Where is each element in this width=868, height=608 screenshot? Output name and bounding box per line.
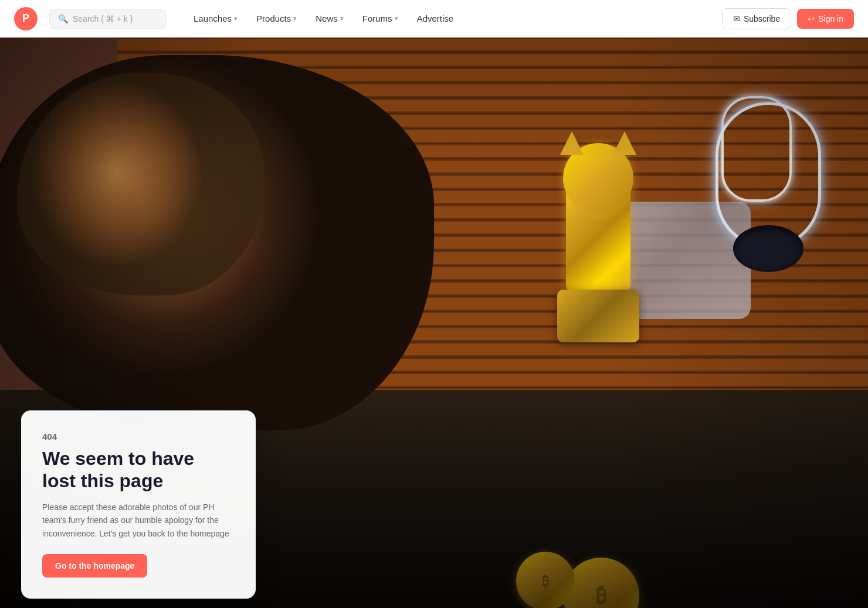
nav-link-forums[interactable]: Forums ▾	[354, 9, 406, 28]
signin-icon: ↩	[808, 14, 815, 23]
chevron-down-icon: ▾	[340, 15, 344, 22]
logo[interactable]: P	[14, 7, 38, 30]
hero-section: ₿ ₿ 404 We seem to have lost this page P…	[0, 38, 868, 608]
chevron-down-icon: ▾	[395, 15, 398, 22]
chevron-down-icon: ▾	[234, 15, 238, 22]
nav-link-launches[interactable]: Launches ▾	[185, 9, 246, 28]
nav-link-products[interactable]: Products ▾	[248, 9, 305, 28]
search-icon: 🔍	[58, 14, 68, 23]
subscribe-icon: ✉	[733, 14, 740, 23]
nav-links: Launches ▾ Products ▾ News ▾ Forums ▾ Ad…	[185, 9, 717, 28]
navigation: P 🔍 Search ( ⌘ + k ) Launches ▾ Products…	[0, 0, 868, 38]
error-card: 404 We seem to have lost this page Pleas…	[21, 410, 256, 599]
error-code: 404	[42, 432, 235, 441]
search-placeholder: Search ( ⌘ + k )	[73, 14, 133, 23]
signin-button[interactable]: ↩ Sign in	[797, 9, 854, 29]
go-to-homepage-button[interactable]: Go to the homepage	[42, 554, 147, 578]
error-description: Please accept these adorable photos of o…	[42, 501, 235, 540]
search-bar[interactable]: 🔍 Search ( ⌘ + k )	[49, 9, 167, 29]
chevron-down-icon: ▾	[293, 15, 297, 22]
nav-link-news[interactable]: News ▾	[307, 9, 352, 28]
subscribe-button[interactable]: ✉ Subscribe	[722, 8, 791, 29]
error-title: We seem to have lost this page	[42, 447, 235, 492]
nav-link-advertise[interactable]: Advertise	[409, 9, 462, 28]
nav-actions: ✉ Subscribe ↩ Sign in	[722, 8, 854, 29]
